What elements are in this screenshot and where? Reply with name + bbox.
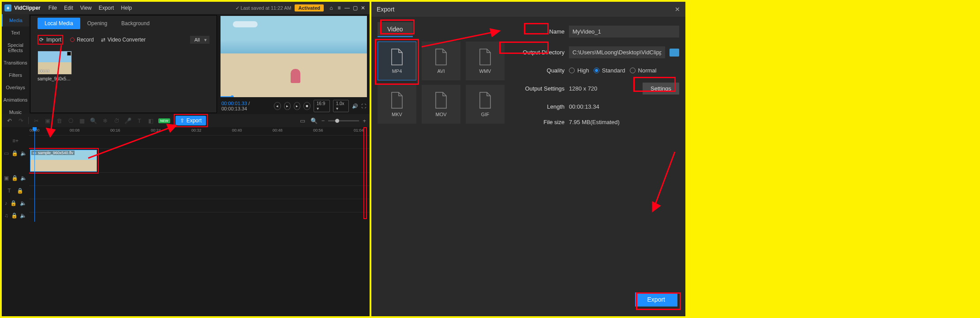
prev-frame-icon[interactable]: ◂ [274,102,281,110]
tab-background[interactable]: Background [114,18,157,29]
track-text-icon: T [7,188,11,194]
svg-marker-5 [490,29,499,36]
timecode: 00:00:01.33 / 00:00:13.34 [221,101,268,111]
menu-file[interactable]: File [45,5,60,11]
undo-icon[interactable]: ↶ [5,117,13,124]
settings-button[interactable]: Settings [643,83,679,95]
volume-icon[interactable]: 🔊 [352,103,358,109]
menu-view[interactable]: View [77,5,95,11]
quality-standard[interactable]: Standard [594,67,625,74]
tab-opening[interactable]: Opening [80,18,114,29]
format-gif[interactable]: GIF [466,85,505,124]
menu-help[interactable]: Help [117,5,135,11]
label-outset: Output Settings [507,85,565,92]
converter-icon: ⇄ [101,37,105,43]
sidenav-animations[interactable]: Animations [2,94,29,106]
track-mute-icon[interactable]: 🔈 [20,150,27,156]
svg-line-6 [653,152,675,211]
filesize-value: 7.95 MB(Estimated) [569,119,679,125]
sidenav-media[interactable]: Media [2,14,29,26]
zoom-slider[interactable] [328,120,359,121]
menu-edit[interactable]: Edit [60,5,77,11]
zoomin-icon[interactable]: + [363,117,366,124]
quality-normal[interactable]: Normal [630,67,657,74]
editor-window: ✦ VidClipper File Edit View Export Help … [2,2,370,316]
format-mkv[interactable]: MKV [378,85,416,124]
outset-value: 1280 x 720 [569,85,638,92]
new-badge: NEW [158,118,170,123]
menu-icon[interactable]: ≡ [335,5,343,11]
label-name: Name [507,28,565,35]
fit-icon[interactable]: ▭ [299,117,307,124]
track-lock-icon[interactable]: 🔒 [11,150,18,156]
sidenav-transitions[interactable]: Transitions [2,57,29,69]
quality-high[interactable]: High [569,67,589,74]
app-logo: ✦ [4,4,11,11]
video-converter-button[interactable]: ⇄ Video Converter [101,37,146,43]
sidenav-effects[interactable]: Special Effects [2,39,29,57]
minimize-icon[interactable]: ― [343,5,351,11]
sidenav-text[interactable]: Text [2,26,29,39]
format-mp4[interactable]: MP4 [378,42,416,80]
label-filesize: File size [507,119,565,125]
label-quality: Quality [507,67,565,74]
addtrack-icon[interactable]: ≡+ [12,138,19,144]
name-input[interactable] [569,26,679,38]
label-length: Length [507,103,565,110]
svg-marker-3 [167,125,176,132]
tab-video[interactable]: Video [378,22,413,37]
play-icon[interactable]: ▸ [284,102,291,110]
zoomout-icon[interactable]: − [322,117,325,124]
track-mic-icon: ♫ [4,212,8,219]
browse-folder-icon[interactable] [670,49,679,57]
cut-icon[interactable]: ✂ [32,117,40,124]
format-grid: MP4 AVI WMV MKV MOV GIF [378,42,505,124]
speed-dropdown[interactable]: 1.0x ▾ [333,100,349,112]
label-outdir: Output Directory [507,49,565,56]
menu-export[interactable]: Export [95,5,118,11]
sidenav-filters[interactable]: Filters [2,69,29,81]
sidenav: Media Text Special Effects Transitions F… [2,14,29,114]
svg-marker-1 [47,129,55,136]
track-overlay-icon: ▣ [4,175,9,181]
autosave-status: ✓Last saved at 11:22 AM [236,5,292,11]
aspect-dropdown[interactable]: 16:9 ▾ [314,100,330,112]
menubar: ✦ VidClipper File Edit View Export Help … [2,2,370,14]
seek-bar[interactable] [221,95,367,97]
track-audio-icon: ♪ [5,200,7,206]
home-icon[interactable]: ⌂ [327,5,335,11]
sidenav-overlays[interactable]: Overlays [2,81,29,94]
preview-panel: 00:00:01.33 / 00:00:13.34 ◂ ▸ ▸ ■ 16:9 ▾… [218,14,370,114]
close-icon[interactable]: ✕ [359,5,367,11]
playhead[interactable] [34,127,35,222]
svg-line-2 [88,125,176,158]
preview-video[interactable] [221,16,367,97]
dialog-titlebar: Export ✕ [371,2,685,17]
svg-marker-7 [653,202,660,211]
dialog-close-icon[interactable]: ✕ [675,6,680,13]
outdir-input[interactable] [569,46,665,58]
length-value: 00:00:13.34 [569,103,679,110]
track-video-icon: ▭ [4,150,9,156]
stop-icon[interactable]: ■ [303,102,310,110]
maximize-icon[interactable]: ▢ [351,5,359,11]
app-name: VidClipper [14,5,41,11]
sidenav-music[interactable]: Music [2,106,29,118]
activated-badge[interactable]: Activated [295,4,324,11]
svg-line-4 [422,31,499,47]
tab-local-media[interactable]: Local Media [37,18,80,29]
export-final-button[interactable]: Export [635,292,677,307]
zoomreset-icon[interactable]: 🔍 [310,117,318,124]
redo-icon[interactable]: ↷ [17,117,25,124]
svg-line-0 [50,45,61,136]
fullscreen-icon[interactable]: ⛶ [361,103,366,109]
dialog-title: Export [377,6,394,13]
export-dialog: Export ✕ Video MP4 AVI WMV MKV MOV GIF N… [371,2,685,316]
format-mov[interactable]: MOV [422,85,460,124]
next-frame-icon[interactable]: ▸ [294,102,300,110]
filter-dropdown[interactable]: All [190,36,209,44]
